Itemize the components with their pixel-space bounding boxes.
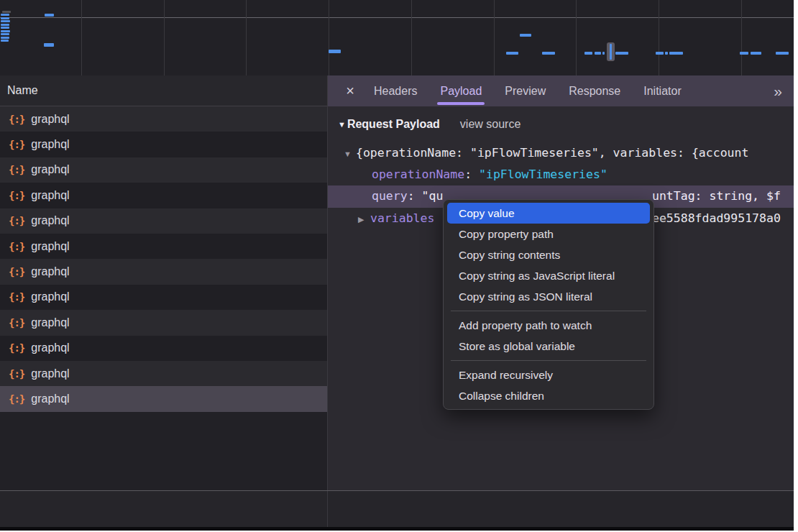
table-row[interactable]: {:}graphql [0, 310, 327, 335]
request-timing-bar [1, 30, 10, 32]
table-row[interactable]: {:}graphql [0, 259, 327, 284]
property-value: "ipFlowTimeseries" [479, 168, 607, 181]
request-timing-bar [1, 40, 9, 42]
table-row[interactable]: {:}graphql [0, 106, 327, 132]
json-braces-icon: {:} [9, 190, 24, 201]
request-name: graphql [31, 163, 69, 176]
request-timing-bar [1, 17, 9, 19]
property-value-right: untTag: string, $f [652, 185, 781, 207]
devtools-window: Name {:}graphql{:}graphql{:}graphql{:}gr… [0, 0, 794, 527]
property-key: operationName [372, 168, 464, 181]
request-timing-bar [1, 20, 10, 22]
timeline-gridline [411, 0, 412, 75]
collapse-triangle-icon[interactable]: ▼ [344, 143, 356, 165]
close-icon[interactable]: × [338, 75, 362, 106]
variables-preview-right: ee5588fdad995178a0 [652, 208, 781, 229]
json-braces-icon: {:} [9, 114, 24, 125]
menu-item-copy-property-path[interactable]: Copy property path [447, 224, 650, 244]
network-overview-timeline[interactable] [0, 0, 794, 76]
menu-item-collapse-children[interactable]: Collapse children [447, 385, 650, 406]
request-name: graphql [31, 138, 69, 151]
request-timing-bar [656, 52, 664, 55]
request-payload-section[interactable]: ▼ Request Payload view source [338, 118, 520, 131]
json-braces-icon: {:} [9, 266, 24, 278]
payload-root-row[interactable]: ▼{operationName: "ipFlowTimeseries", var… [344, 142, 748, 164]
request-timing-bar [740, 52, 748, 55]
timeline-gridline [659, 0, 659, 75]
collapse-triangle-icon[interactable]: ▼ [338, 120, 346, 129]
payload-operationname-row[interactable]: operationName: "ipFlowTimeseries" [372, 164, 607, 185]
json-braces-icon: {:} [9, 393, 24, 405]
menu-separator [451, 360, 646, 361]
table-row[interactable]: {:}graphql [0, 361, 327, 386]
tab-headers[interactable]: Headers [362, 75, 428, 106]
view-source-link[interactable]: view source [460, 118, 520, 131]
json-braces-icon: {:} [9, 139, 24, 150]
summary-bar-divider[interactable] [0, 490, 794, 491]
section-title: Request Payload [347, 118, 440, 131]
tab-payload[interactable]: Payload [428, 75, 493, 106]
json-braces-icon: {:} [9, 215, 24, 226]
table-row[interactable]: {:}graphql [0, 157, 327, 183]
menu-item-copy-string-as-json-literal[interactable]: Copy string as JSON literal [447, 286, 650, 307]
window-bottom-edge [0, 527, 794, 531]
request-timing-bar [751, 52, 761, 55]
request-rows: {:}graphql{:}graphql{:}graphql{:}graphql… [0, 106, 327, 412]
property-key: query [372, 189, 408, 203]
table-row[interactable]: {:}graphql [0, 234, 327, 259]
selected-request-marker [607, 42, 615, 61]
table-row[interactable]: {:}graphql [0, 285, 327, 310]
request-timing-bar [1, 27, 9, 29]
timeline-gridline [741, 0, 742, 75]
json-braces-icon: {:} [9, 342, 24, 354]
table-row[interactable]: {:}graphql [0, 132, 327, 157]
json-braces-icon: {:} [9, 368, 24, 380]
request-timing-bar [506, 52, 518, 55]
expand-triangle-icon[interactable]: ▶ [358, 208, 370, 230]
table-row[interactable]: {:}graphql [0, 183, 327, 208]
request-timing-bar [44, 43, 54, 47]
request-name: graphql [31, 316, 69, 329]
json-braces-icon: {:} [9, 291, 24, 303]
context-menu: Copy valueCopy property pathCopy string … [443, 199, 654, 410]
request-timing-bar [1, 24, 9, 26]
table-row[interactable]: {:}graphql [0, 386, 327, 411]
request-name: graphql [31, 290, 69, 303]
request-timing-bar [542, 52, 555, 55]
request-timing-bar [329, 50, 341, 53]
json-braces-icon: {:} [9, 241, 24, 252]
json-braces-icon: {:} [9, 317, 24, 329]
request-name: graphql [31, 265, 69, 278]
request-timing-bar [595, 52, 601, 55]
property-key: variables [370, 211, 434, 225]
tabs: HeadersPayloadPreviewResponseInitiator [362, 75, 693, 106]
request-timing-bar [45, 14, 54, 17]
menu-item-copy-string-contents[interactable]: Copy string contents [447, 244, 650, 265]
menu-separator [451, 311, 646, 311]
table-row[interactable]: {:}graphql [0, 336, 327, 361]
menu-item-expand-recursively[interactable]: Expand recursively [447, 364, 650, 385]
details-tabbar: × HeadersPayloadPreviewResponseInitiator… [328, 75, 794, 106]
request-list-panel: Name {:}graphql{:}graphql{:}graphql{:}gr… [0, 75, 327, 490]
more-tabs-icon[interactable]: » [774, 75, 785, 106]
tab-preview[interactable]: Preview [493, 75, 557, 106]
key-separator: : [464, 168, 479, 181]
timeline-gridline [81, 0, 82, 75]
menu-item-copy-string-as-javascript-literal[interactable]: Copy string as JavaScript literal [447, 265, 650, 286]
request-name: graphql [31, 393, 69, 405]
payload-variables-row[interactable]: ▶variables [358, 208, 434, 229]
name-column-header[interactable]: Name [0, 75, 327, 106]
request-name: graphql [31, 113, 69, 126]
request-timing-bar [2, 11, 11, 13]
tab-response[interactable]: Response [557, 75, 632, 106]
json-braces-icon: {:} [9, 164, 24, 175]
request-name: graphql [31, 341, 69, 354]
tab-initiator[interactable]: Initiator [632, 75, 692, 106]
menu-item-add-property-path-to-watch[interactable]: Add property path to watch [447, 315, 650, 336]
table-row[interactable]: {:}graphql [0, 208, 327, 234]
menu-item-store-as-global-variable[interactable]: Store as global variable [447, 336, 650, 357]
request-timing-bar [1, 33, 9, 35]
property-value-left: "qu [422, 189, 444, 203]
menu-item-copy-value[interactable]: Copy value [447, 203, 650, 224]
request-timing-bar [669, 52, 683, 55]
